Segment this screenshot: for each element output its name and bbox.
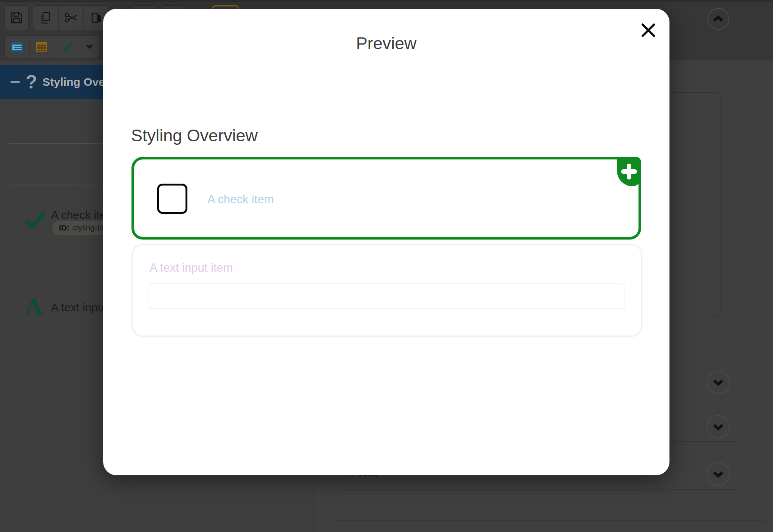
check-icon bbox=[60, 41, 73, 53]
table-list-icon bbox=[11, 42, 23, 52]
paste-icon bbox=[90, 11, 103, 25]
check-type-button[interactable] bbox=[54, 36, 79, 58]
collapse-minus-icon[interactable] bbox=[11, 81, 20, 83]
grid-button[interactable] bbox=[29, 36, 54, 58]
check-item-icon bbox=[24, 210, 46, 232]
insert-button-group bbox=[5, 36, 99, 58]
check-item-label[interactable]: A check item bbox=[207, 193, 274, 206]
cut-icon bbox=[64, 11, 78, 25]
caret-down-icon bbox=[85, 44, 94, 49]
chevron-down-icon bbox=[713, 424, 724, 430]
section-divider bbox=[334, 520, 765, 521]
screen: ? Styling Overview A check item ID: styl… bbox=[0, 0, 773, 532]
modal-title: Preview bbox=[103, 34, 669, 53]
chevron-up-icon bbox=[713, 15, 724, 22]
save-icon bbox=[10, 11, 23, 25]
grid-icon bbox=[36, 42, 48, 52]
cut-button[interactable] bbox=[59, 6, 84, 30]
chevron-down-icon bbox=[713, 379, 724, 386]
save-button[interactable] bbox=[5, 5, 29, 30]
preview-modal: Preview Styling Overview A check item A … bbox=[103, 9, 669, 475]
right-edge-divider bbox=[765, 0, 765, 532]
close-icon bbox=[641, 23, 656, 38]
plus-icon bbox=[621, 163, 637, 180]
expand-section-button[interactable] bbox=[707, 371, 730, 394]
list-item-label: A text input bbox=[51, 301, 107, 314]
clipboard-button-group bbox=[33, 5, 109, 30]
section-divider bbox=[342, 489, 737, 490]
text-input-label: A text input item bbox=[150, 261, 233, 275]
copy-button[interactable] bbox=[33, 6, 59, 30]
survey-title: Styling Overview bbox=[131, 126, 258, 145]
caret-dropdown-button[interactable] bbox=[79, 36, 99, 58]
preview-checkbox[interactable] bbox=[157, 184, 187, 214]
copy-icon bbox=[39, 11, 53, 25]
preview-text-input[interactable] bbox=[148, 283, 625, 309]
id-badge-prefix: ID: bbox=[59, 223, 70, 232]
expand-section-button[interactable] bbox=[707, 415, 730, 439]
text-type-icon: A bbox=[25, 295, 43, 319]
question-mark-icon: ? bbox=[26, 71, 37, 93]
expand-section-button[interactable] bbox=[707, 462, 730, 486]
collapse-up-button[interactable] bbox=[707, 8, 729, 30]
chevron-down-icon bbox=[713, 471, 724, 478]
table-list-button[interactable] bbox=[5, 36, 29, 58]
close-button[interactable] bbox=[640, 22, 657, 39]
